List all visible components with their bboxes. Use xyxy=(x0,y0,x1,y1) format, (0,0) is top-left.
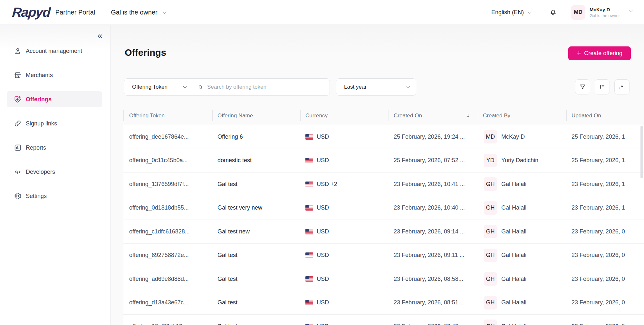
created-by-cell: GH Gal Halali xyxy=(478,296,566,310)
updated-on-cell: 23 February, 2026, 0 xyxy=(566,299,644,306)
page-title: Offerings xyxy=(125,47,166,58)
offering-name-cell: Gal test xyxy=(212,299,300,306)
sort-button[interactable] xyxy=(595,79,610,94)
creator-avatar: GH xyxy=(484,201,497,215)
chevron-down-icon xyxy=(629,8,633,12)
offering-name-cell: Gal test xyxy=(212,181,300,188)
tag-icon xyxy=(14,95,22,103)
sidebar-menu: Account management Merchants Offerings S… xyxy=(0,43,110,204)
language-selector[interactable]: English (EN) xyxy=(491,9,531,16)
user-avatar: MD xyxy=(571,5,585,20)
offering-token-cell: offering_d13a43e67c... xyxy=(123,299,212,306)
column-header-offering-name[interactable]: Offering Name xyxy=(212,106,300,125)
offering-token-cell: offering_ad69e8d88d... xyxy=(123,276,212,282)
table-row[interactable]: offering_13af33db17... Gal test USD 23 F… xyxy=(123,315,644,325)
bar-chart-icon xyxy=(14,144,22,152)
rapyd-logo: Rapyd xyxy=(12,6,51,19)
table-row[interactable]: offering_ad69e8d88d... Gal test USD 23 F… xyxy=(123,267,644,291)
currency-cell: USD xyxy=(300,276,389,282)
sidebar-item-account-management[interactable]: Account management xyxy=(7,43,102,59)
sidebar: « Account management Merchants Offerings… xyxy=(0,25,111,325)
table-row[interactable]: offering_c1dfc616828... Gal test new USD… xyxy=(123,220,644,244)
column-header-updated-on[interactable]: Updated On xyxy=(566,106,644,125)
search-field-selector-label: Offering Token xyxy=(132,84,168,90)
chevron-down-icon xyxy=(406,84,410,88)
table-row[interactable]: offering_dee167864e... Offering 6 USD 25… xyxy=(123,125,644,149)
chevron-down-icon xyxy=(162,10,167,14)
sort-descending-arrow-icon[interactable] xyxy=(466,113,471,118)
sidebar-item-developers[interactable]: Developers xyxy=(7,164,102,180)
user-icon xyxy=(14,47,22,55)
sidebar-item-offerings[interactable]: Offerings xyxy=(7,91,102,107)
table-row[interactable]: offering_0d1818db55... Gal test very new… xyxy=(123,196,644,220)
download-button[interactable] xyxy=(614,79,630,94)
sidebar-item-settings[interactable]: Settings xyxy=(7,188,102,204)
funnel-icon xyxy=(579,84,586,90)
offering-name-cell: Gal test xyxy=(212,323,300,325)
notifications-bell-icon[interactable] xyxy=(549,8,557,16)
create-offering-button[interactable]: + Create offering xyxy=(568,46,631,60)
updated-on-cell: 23 February, 2026, 1 xyxy=(566,181,644,188)
us-flag-icon xyxy=(305,252,313,258)
column-header-created-by[interactable]: Created By xyxy=(478,106,566,125)
table-header: Offering Token Offering Name Currency Cr… xyxy=(123,106,644,125)
link-icon xyxy=(14,120,22,127)
table-row[interactable]: offering_0c11c45b0a... domestic test USD… xyxy=(123,149,644,173)
updated-on-cell: 23 February, 2026, 0 xyxy=(566,228,644,235)
created-by-cell: GH Gal Halali xyxy=(478,320,566,325)
gear-icon xyxy=(14,192,22,200)
currency-cell: USD xyxy=(300,252,389,259)
sidebar-item-merchants[interactable]: Merchants xyxy=(7,67,102,83)
topbar: Rapyd Partner Portal Gal is the owner En… xyxy=(0,0,644,25)
offering-token-cell: offering_13af33db17... xyxy=(123,323,212,325)
table-row[interactable]: offering_1376599df7f... Gal test USD +2 … xyxy=(123,172,644,196)
currency-cell: USD +2 xyxy=(300,181,389,188)
us-flag-icon xyxy=(305,134,313,140)
sidebar-collapse-button[interactable]: « xyxy=(97,31,102,40)
sort-icon xyxy=(599,84,606,90)
user-role: Gal is the owner xyxy=(590,13,620,18)
created-by-cell: YD Yuriy Dadichin xyxy=(478,154,566,167)
column-header-offering-token[interactable]: Offering Token xyxy=(123,106,212,125)
language-selector-label: English (EN) xyxy=(491,9,524,16)
offering-name-cell: Offering 6 xyxy=(212,133,300,140)
organization-selector[interactable]: Gal is the owner xyxy=(111,9,166,16)
search-field-selector[interactable]: Offering Token xyxy=(124,79,192,95)
column-header-currency[interactable]: Currency xyxy=(300,106,389,125)
vertical-scrollbar-thumb[interactable] xyxy=(640,126,643,178)
organization-selector-label: Gal is the owner xyxy=(111,9,158,16)
us-flag-icon xyxy=(305,276,313,282)
table-row[interactable]: offering_692758872e... Gal test USD 23 F… xyxy=(123,244,644,268)
creator-avatar: GH xyxy=(484,272,497,286)
product-name: Partner Portal xyxy=(55,9,95,16)
sidebar-item-label: Reports xyxy=(26,144,46,151)
currency-cell: USD xyxy=(300,157,389,164)
search-input[interactable] xyxy=(207,84,330,90)
download-icon xyxy=(619,84,625,90)
created-on-cell: 23 February, 2026, 08:47 ... xyxy=(389,323,478,325)
us-flag-icon xyxy=(305,229,313,234)
table-row[interactable]: offering_d13a43e67c... Gal test USD 23 F… xyxy=(123,291,644,315)
offering-token-cell: offering_0d1818db55... xyxy=(123,204,212,211)
sidebar-item-label: Merchants xyxy=(26,72,53,79)
sidebar-item-label: Signup links xyxy=(26,120,57,127)
sidebar-item-reports[interactable]: Reports xyxy=(7,140,102,156)
created-on-cell: 23 February, 2026, 10:40 ... xyxy=(389,204,478,211)
us-flag-icon xyxy=(305,205,313,211)
sidebar-item-signup-links[interactable]: Signup links xyxy=(7,115,102,132)
user-menu[interactable]: MD McKay D Gal is the owner xyxy=(571,5,632,20)
date-range-selector[interactable]: Last year xyxy=(336,78,416,96)
offering-token-cell: offering_1376599df7f... xyxy=(123,181,212,188)
currency-cell: USD xyxy=(300,299,389,306)
search-box xyxy=(192,79,330,95)
offering-name-cell: Gal test new xyxy=(212,228,300,235)
offering-name-cell: Gal test very new xyxy=(212,204,300,211)
filter-button[interactable] xyxy=(575,79,590,94)
offering-token-cell: offering_0c11c45b0a... xyxy=(123,157,212,164)
creator-avatar: MD xyxy=(484,130,497,143)
sidebar-item-label: Account management xyxy=(26,48,82,54)
updated-on-cell: 23 February, 2026, 0 xyxy=(566,276,644,282)
created-by-cell: GH Gal Halali xyxy=(478,177,566,191)
topbar-divider xyxy=(103,5,103,19)
column-header-created-on[interactable]: Created On xyxy=(389,106,478,125)
